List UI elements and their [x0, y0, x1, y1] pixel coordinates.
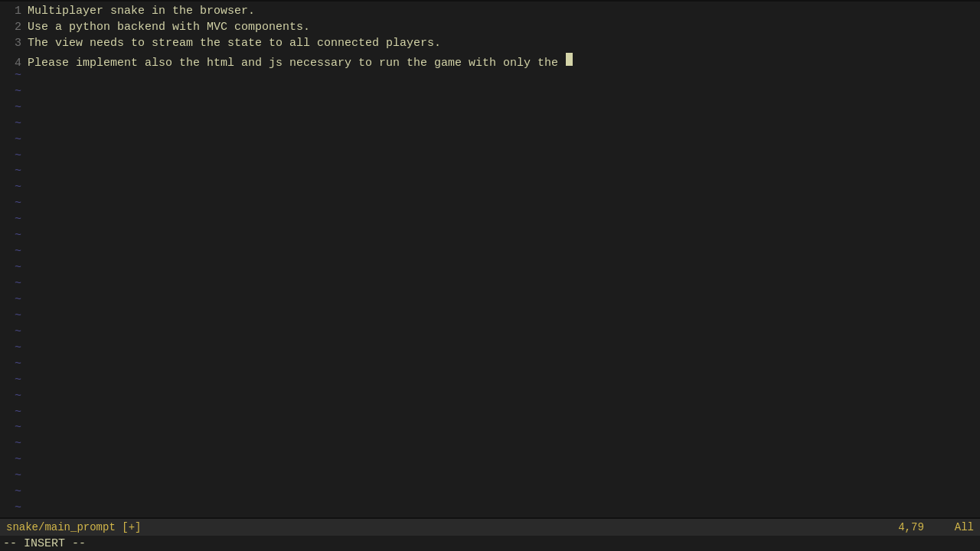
line-content-3: The view needs to stream the state to al…: [28, 37, 441, 50]
tilde-line: ~: [0, 69, 980, 85]
tilde-line: ~: [0, 293, 980, 309]
tilde-char: ~: [3, 165, 21, 178]
line-number-4: 4: [3, 57, 21, 70]
tilde-line: ~: [0, 390, 980, 406]
tilde-line: ~: [0, 437, 980, 453]
status-bar: snake/main_prompt [+] 4,79 All: [0, 519, 980, 536]
line-content-1: Multiplayer snake in the browser.: [28, 5, 255, 18]
tilde-char: ~: [3, 117, 21, 130]
tilde-line: ~: [0, 101, 980, 117]
tilde-line: ~: [0, 245, 980, 261]
cursor-position: 4,79: [898, 521, 924, 533]
editor-container: 1 Multiplayer snake in the browser. 2 Us…: [0, 0, 980, 551]
tilde-char: ~: [3, 373, 21, 386]
mode-text: -- INSERT --: [3, 537, 86, 550]
tilde-line: ~: [0, 165, 980, 181]
tilde-line: ~: [0, 133, 980, 149]
editor-line-3: 3 The view needs to stream the state to …: [0, 37, 980, 53]
tilde-char: ~: [3, 421, 21, 434]
modified-flag: [+]: [122, 521, 141, 533]
tilde-char: ~: [3, 133, 21, 146]
tilde-char: ~: [3, 485, 21, 498]
tilde-char: ~: [3, 149, 21, 162]
tilde-line: ~: [0, 341, 980, 357]
tilde-line: ~: [0, 229, 980, 245]
tilde-line: ~: [0, 453, 980, 469]
tilde-char: ~: [3, 245, 21, 258]
scroll-position: All: [955, 521, 974, 533]
tilde-char: ~: [3, 501, 21, 514]
line-number-3: 3: [3, 37, 21, 50]
tilde-line: ~: [0, 373, 980, 390]
status-right: 4,79 All: [898, 521, 974, 533]
tilde-char: ~: [3, 293, 21, 306]
filename-text: snake/main_prompt: [6, 521, 116, 533]
tilde-line: ~: [0, 485, 980, 501]
tilde-char: ~: [3, 309, 21, 322]
tilde-char: ~: [3, 406, 21, 419]
tilde-char: ~: [3, 213, 21, 226]
tilde-char: ~: [3, 69, 21, 82]
tilde-line: ~: [0, 309, 980, 325]
tilde-line: ~: [0, 213, 980, 229]
tilde-char: ~: [3, 181, 21, 194]
line-content-2: Use a python backend with MVC components…: [28, 21, 310, 34]
line-number-1: 1: [3, 5, 21, 18]
tilde-line: ~: [0, 277, 980, 293]
tilde-line: ~: [0, 357, 980, 373]
line-content-4: Please implement also the html and js ne…: [28, 57, 565, 70]
tilde-char: ~: [3, 469, 21, 482]
tilde-line: ~: [0, 117, 980, 133]
tilde-line: ~: [0, 85, 980, 101]
tilde-line: ~: [0, 501, 980, 517]
status-filename: snake/main_prompt [+]: [6, 521, 141, 533]
tilde-char: ~: [3, 453, 21, 466]
tilde-line: ~: [0, 325, 980, 341]
tilde-line: ~: [0, 469, 980, 485]
tilde-char: ~: [3, 229, 21, 242]
editor-line-1: 1 Multiplayer snake in the browser.: [0, 5, 980, 21]
tilde-line: ~: [0, 261, 980, 277]
tilde-char: ~: [3, 437, 21, 450]
tilde-char: ~: [3, 85, 21, 98]
tilde-char: ~: [3, 325, 21, 338]
tilde-char: ~: [3, 341, 21, 354]
tilde-char: ~: [3, 277, 21, 290]
tilde-line: ~: [0, 181, 980, 197]
tilde-char: ~: [3, 357, 21, 370]
line-number-2: 2: [3, 21, 21, 34]
tilde-char: ~: [3, 261, 21, 274]
tilde-char: ~: [3, 390, 21, 403]
mode-bar: -- INSERT --: [0, 536, 980, 551]
tilde-line: ~: [0, 197, 980, 213]
editor-body[interactable]: 1 Multiplayer snake in the browser. 2 Us…: [0, 2, 980, 517]
tilde-line: ~: [0, 149, 980, 165]
editor-line-4: 4 Please implement also the html and js …: [0, 53, 980, 69]
tilde-char: ~: [3, 101, 21, 114]
editor-line-2: 2 Use a python backend with MVC componen…: [0, 21, 980, 37]
tilde-line: ~: [0, 421, 980, 437]
text-cursor: [566, 53, 573, 66]
tilde-char: ~: [3, 197, 21, 210]
tilde-line: ~: [0, 406, 980, 422]
